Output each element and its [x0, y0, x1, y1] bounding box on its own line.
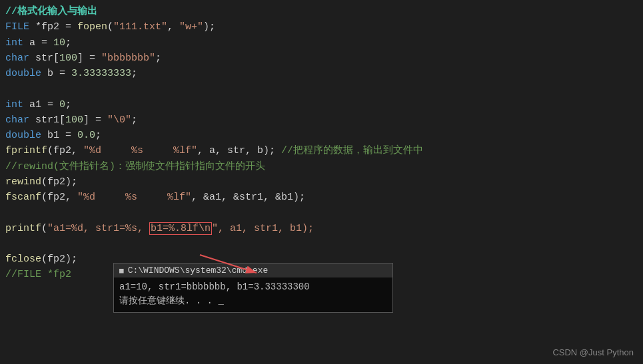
code-line-8: double b1 = 0.0;: [5, 128, 638, 143]
terminal-line-1: a1=10, str1=bbbbbbb, b1=3.33333300: [119, 280, 387, 294]
empty-line-3: [5, 236, 638, 252]
code-line-4: double b = 3.33333333;: [5, 66, 638, 81]
terminal-icon: ■: [119, 266, 124, 275]
code-line-2: int a = 10;: [5, 35, 638, 51]
code-line-1: FILE *fp2 = fopen("111.txt", "w+");: [5, 19, 638, 35]
terminal-title: C:\WINDOWS\system32\cmd.exe: [128, 266, 269, 275]
empty-line-1: [5, 81, 638, 96]
empty-line-2: [5, 205, 638, 220]
terminal-popup: ■ C:\WINDOWS\system32\cmd.exe a1=10, str…: [113, 263, 393, 313]
code-line-11: rewind(fp2);: [5, 174, 638, 190]
code-line-6: int a1 = 0;: [5, 97, 638, 112]
code-line-12: fscanf(fp2, "%d %s %lf", &a1, &str1, &b1…: [5, 190, 638, 205]
code-line-10: //rewind(文件指针名)：强制使文件指针指向文件的开头: [5, 159, 638, 174]
code-editor: //格式化输入与输出 FILE *fp2 = fopen("111.txt", …: [0, 0, 643, 287]
terminal-body: a1=10, str1=bbbbbbb, b1=3.33333300 请按任意键…: [114, 277, 392, 312]
code-line-3: char str[100] = "bbbbbbb";: [5, 51, 638, 66]
terminal-titlebar: ■ C:\WINDOWS\system32\cmd.exe: [114, 264, 392, 277]
code-line-9: fprintf(fp2, "%d %s %lf", a, str, b); //…: [5, 143, 638, 158]
highlight-format: b1=%.8lf\n: [149, 222, 212, 235]
terminal-line-2: 请按任意键继续. . . _: [119, 294, 387, 308]
code-line-7: char str1[100] = "\0";: [5, 112, 638, 128]
code-line-title: //格式化输入与输出: [5, 4, 638, 19]
code-line-printf: printf("a1=%d, str1=%s, b1=%.8lf\n", a1,…: [5, 221, 638, 236]
watermark: CSDN @Just Python: [552, 347, 634, 357]
